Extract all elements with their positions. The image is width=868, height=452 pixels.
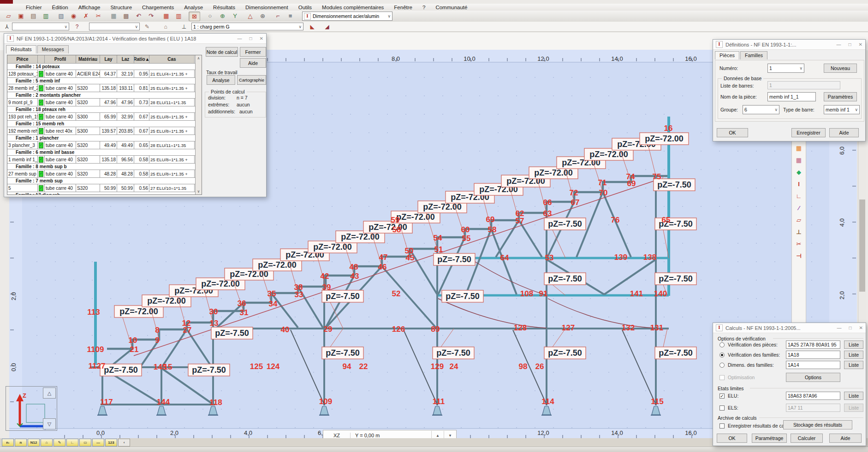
note-de-calcul-button[interactable]: Note de calcul <box>206 47 238 57</box>
wrench-icon[interactable]: ⌐ <box>273 12 283 20</box>
ok-button[interactable]: OK <box>717 434 747 443</box>
verif-liste-2[interactable]: Liste <box>844 361 863 369</box>
tab-familles[interactable]: Familles <box>740 51 767 59</box>
cut-structure-icon[interactable]: ✂ <box>794 239 804 248</box>
load-case-select[interactable]: 1 : charg perm G∨ <box>191 23 303 30</box>
table-row[interactable]: 28 memb inf_28✓tube carre 40S320135.1819… <box>7 84 202 92</box>
verif-liste-0[interactable]: Liste <box>844 340 863 349</box>
menu-item-fichier[interactable]: Fichier <box>21 5 47 10</box>
aide-button[interactable]: Aide <box>829 434 862 443</box>
delete-icon[interactable]: ✗ <box>81 12 91 20</box>
table-scrollbar[interactable]: ∧∨ <box>195 55 202 194</box>
verif-field-2[interactable]: 1A14 <box>786 361 840 369</box>
cut-icon[interactable]: ✂ <box>93 12 104 20</box>
type-barre-select[interactable]: memb inf 1∨ <box>824 105 860 114</box>
col-header-Pièce[interactable]: Pièce <box>7 55 38 63</box>
menu-item-outils[interactable]: Outils <box>293 5 317 10</box>
display-option-1[interactable]: n <box>15 439 27 446</box>
render-icon[interactable]: ✎ <box>142 23 152 31</box>
pan-down-button[interactable]: ▽ <box>43 418 56 429</box>
undo-icon[interactable]: ↶ <box>133 12 144 20</box>
load-display-icon[interactable]: ⊥ <box>179 23 189 31</box>
display-option-6[interactable]: ▭ <box>79 439 91 446</box>
table-row[interactable]: 3 plancher_3✓tube carre 40S32049.4949.49… <box>7 141 202 149</box>
table-row[interactable]: 128 poteaux_128✓tube carre 40ACIER E2464… <box>7 70 202 78</box>
design-mode-select[interactable]: I Dimensionnement acier/alumin ∨ <box>302 12 392 21</box>
menu-item-dimensionnement[interactable]: Dimensionnement <box>240 5 293 10</box>
module-list-icon[interactable]: ≡ <box>285 12 296 20</box>
release-icon[interactable]: ∟ <box>794 191 804 200</box>
display-option-7[interactable]: — <box>92 439 104 446</box>
definitions-titlebar[interactable]: I Définitions - NF EN 1993-1-1:... — □ ✕ <box>713 40 865 50</box>
section-icon[interactable]: Y <box>230 12 240 20</box>
menu-item--dition[interactable]: Édition <box>47 5 73 10</box>
calculator-icon[interactable]: ▦ <box>161 12 172 20</box>
col-header-Lay[interactable]: Lay <box>100 55 117 63</box>
toolbar-scroll-left[interactable]: ‹ <box>118 439 130 446</box>
menu-item-modules-compl-mentaires[interactable]: Modules complémentaires <box>317 5 389 10</box>
calculer-button[interactable]: Calculer <box>791 434 823 443</box>
results-dialog-titlebar[interactable]: I NF EN 1993-1-1:2005/NA:2013/A1:2014 - … <box>4 34 266 44</box>
table-row[interactable]: 1 memb inf 1_1✓tube carre 40S320135.1896… <box>7 156 202 164</box>
minimize-icon[interactable]: — <box>837 42 841 47</box>
cartographie-button[interactable]: Cartographie <box>237 75 266 85</box>
fermer-button[interactable]: Fermer <box>240 47 266 57</box>
analyse-button[interactable]: Analyse <box>207 75 235 85</box>
elu-field[interactable]: 18A63 87A96 <box>786 392 840 400</box>
verif-radio-2[interactable] <box>719 363 725 368</box>
ok-button[interactable]: OK <box>717 128 748 137</box>
liste-barres-field[interactable]: 1 <box>767 81 840 89</box>
stockage-button[interactable]: Stockage des résultats <box>783 420 852 429</box>
close-icon[interactable]: ✕ <box>859 325 863 330</box>
display-option-4[interactable]: ✎ <box>54 439 65 446</box>
table-pink-icon[interactable]: ▦ <box>794 155 804 164</box>
groupe-select[interactable]: 6∨ <box>743 105 779 114</box>
verif-field-0[interactable]: 1A25 27A78 80A91 95 <box>786 340 840 349</box>
col-header-Matériau[interactable]: Matériau <box>76 55 100 63</box>
print-icon[interactable]: ▤ <box>28 12 39 20</box>
dimension-icon[interactable]: ⊣ <box>794 251 804 260</box>
verif-field-1[interactable]: 1A18 <box>786 351 840 359</box>
table-orange-icon[interactable]: ▦ <box>794 143 804 153</box>
menu-item-r-sultats[interactable]: Résultats <box>208 5 240 10</box>
load-truck-icon[interactable]: ◣ <box>307 23 317 31</box>
menu-item-structure[interactable]: Structure <box>105 5 137 10</box>
book-icon[interactable]: ▥ <box>41 12 51 20</box>
minimize-icon[interactable]: — <box>837 325 842 330</box>
maximize-icon[interactable]: □ <box>250 36 252 41</box>
attribute-select-2[interactable]: ∨ <box>89 23 140 30</box>
parametres-button[interactable]: Paramètres <box>824 92 857 101</box>
panels-icon[interactable]: ▱ <box>794 215 804 224</box>
maximize-icon[interactable]: □ <box>849 325 852 330</box>
nouveau-button[interactable]: Nouveau <box>824 64 857 73</box>
design-icon[interactable]: △ <box>245 12 256 20</box>
maximize-icon[interactable]: □ <box>849 42 851 47</box>
zoom-dynamic-icon[interactable]: ⊕ <box>217 12 228 20</box>
enregistrer-button[interactable]: Enregistrer <box>791 128 826 137</box>
display-option-2[interactable]: N12 <box>28 439 40 446</box>
results-table[interactable]: PièceProfilMatériauLayLazRatio▲CasFamill… <box>7 55 202 195</box>
ramp-icon[interactable]: ◢ <box>322 23 332 31</box>
menu-item-chargements[interactable]: Chargements <box>137 5 179 10</box>
save-icon[interactable]: ▣ <box>16 12 26 20</box>
verif-liste-1[interactable]: Liste <box>844 351 863 359</box>
aide-button[interactable]: Aide <box>829 128 859 137</box>
elu-liste-button[interactable]: Liste <box>844 392 863 400</box>
zoom-icon[interactable]: ○ <box>205 12 215 20</box>
display-option-0[interactable]: n- <box>2 439 14 446</box>
table-row[interactable]: 27 memb sup b_✓tube carre 40S32048.2848.… <box>7 170 202 178</box>
calculs-titlebar[interactable]: I Calculs - NF EN 1993-1-1:2005... — □ ✕ <box>713 323 866 333</box>
tab-pièces[interactable]: Pièces <box>715 51 739 59</box>
scroll-thumb[interactable] <box>859 200 865 292</box>
options-button[interactable]: Options <box>786 373 840 382</box>
display-option-5[interactable]: ∟ <box>66 439 78 446</box>
display-option-8[interactable]: 123 <box>105 439 117 446</box>
window-icon[interactable]: ⌂ <box>161 23 171 31</box>
archive-checkbox[interactable] <box>719 423 725 429</box>
copy-icon[interactable]: ▦ <box>108 12 119 20</box>
bar-icon[interactable]: ∕ <box>794 203 804 212</box>
menu-item-affichage[interactable]: Affichage <box>73 5 106 10</box>
display-option-3[interactable]: ⌂ <box>41 439 53 446</box>
menu-item-communaut-[interactable]: Communauté <box>430 5 472 10</box>
elu-checkbox[interactable]: ✓ <box>719 393 725 399</box>
